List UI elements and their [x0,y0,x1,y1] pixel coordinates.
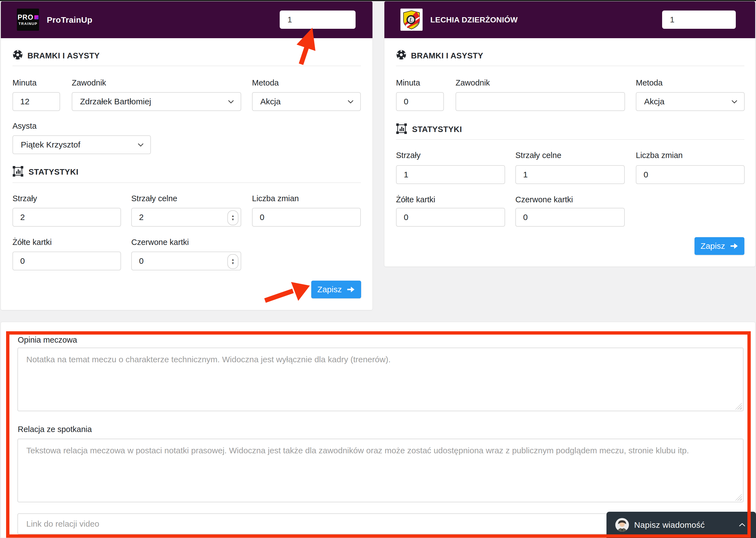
left-save-button[interactable]: Zapisz [311,281,361,298]
chevron-up-icon [739,523,745,527]
arrow-right-icon [347,286,355,293]
left-score-input[interactable] [280,11,356,29]
right-liczba-zmian-label: Liczba zmian [636,151,683,160]
left-metoda-label: Metoda [252,78,279,87]
left-strzaly-celne-input[interactable] [131,208,241,227]
left-czerwone-label: Czerwone kartki [131,238,189,247]
left-asysta-select[interactable]: Piątek Krzysztof [13,135,151,154]
chevron-down-icon [731,100,737,103]
left-asysta-label: Asysta [13,122,36,131]
divider [13,66,361,66]
right-czerwone-label: Czerwone kartki [515,195,573,204]
arrow-right-icon [730,243,738,249]
left-zolte-input[interactable] [13,251,121,270]
right-metoda-select[interactable]: Akcja [636,92,745,111]
right-strzaly-label: Strzały [396,151,421,160]
number-spinner[interactable]: ▲▼ [227,254,238,269]
left-team-name: ProTrainUp [47,1,92,38]
number-spinner[interactable]: ▲▼ [227,210,238,225]
bar-chart-icon [13,166,24,177]
right-zawodnik-input[interactable] [455,92,625,111]
left-strzaly-celne-label: Strzały celne [131,194,177,203]
logo-text-trainup: TRAINUP [19,22,37,26]
chevron-down-icon [228,100,234,103]
save-button-label: Zapisz [701,241,725,251]
left-czerwone-input[interactable] [131,251,241,270]
right-czerwone-input[interactable] [515,208,625,227]
right-liczba-zmian-input[interactable] [636,165,745,184]
divider [396,139,744,140]
right-zolte-input[interactable] [396,208,505,227]
left-team-header: PRO TRAINUP ProTrainUp [1,1,373,38]
right-strzaly-input[interactable] [396,165,505,184]
left-strzaly-label: Strzały [13,194,37,203]
left-minuta-input[interactable] [13,92,60,111]
right-minuta-label: Minuta [396,78,420,87]
left-zolte-label: Żółte kartki [13,238,52,247]
chat-avatar [615,518,629,532]
left-zawodnik-label: Zawodnik [72,78,106,87]
right-score-input[interactable] [662,11,736,29]
soccer-ball-icon [13,50,23,60]
right-stats-section-title: STATYSTYKI [412,125,462,134]
logo-color-square [34,15,38,19]
left-metoda-select[interactable]: Akcja [252,92,361,111]
right-team-panel: L LECHIA DZIERŻONIÓW BRAMKI I ASYSTY Min… [384,1,755,267]
logo-text-pro: PRO [18,14,33,21]
window-top-edge [0,0,756,1]
right-metoda-value: Akcja [644,97,664,106]
left-asysta-value: Piątek Krzysztof [21,140,80,149]
protrainup-logo: PRO TRAINUP [17,9,39,31]
right-metoda-label: Metoda [636,78,663,87]
right-goals-section-title: BRAMKI I ASYSTY [411,51,483,60]
soccer-ball-icon [396,50,407,60]
bar-chart-icon [396,123,407,134]
right-strzaly-celne-label: Strzały celne [515,151,561,160]
left-team-panel: PRO TRAINUP ProTrainUp BRAMKI I ASYSTY M… [1,1,373,310]
right-minuta-input[interactable] [396,92,444,111]
page: PRO TRAINUP ProTrainUp BRAMKI I ASYSTY M… [0,0,756,538]
left-metoda-value: Akcja [260,97,280,106]
left-zawodnik-value: Zdrzałek Bartłomiej [80,97,151,106]
relacja-label: Relacja ze spotkania [18,425,92,434]
svg-text:L: L [409,17,413,23]
right-team-header: L LECHIA DZIERŻONIÓW [384,1,755,38]
left-goals-section-title: BRAMKI I ASYSTY [28,51,100,60]
right-team-name: LECHIA DZIERŻONIÓW [430,1,518,38]
save-button-label: Zapisz [318,285,342,294]
right-save-button[interactable]: Zapisz [695,237,744,255]
right-zolte-label: Żółte kartki [396,195,435,204]
left-strzaly-input[interactable] [13,208,121,227]
right-strzaly-celne-input[interactable] [515,165,625,184]
opinia-textarea[interactable] [18,348,743,411]
lechia-crest-logo: L [400,9,423,31]
chat-widget[interactable]: Napisz wiadomość [607,512,756,538]
right-zawodnik-label: Zawodnik [455,78,490,87]
chevron-down-icon [348,100,354,103]
chat-label: Napisz wiadomość [634,520,705,530]
left-minuta-label: Minuta [13,78,36,87]
left-stats-section-title: STATYSTYKI [29,167,78,177]
left-liczba-zmian-input[interactable] [252,208,361,227]
divider [396,66,744,66]
left-zawodnik-select[interactable]: Zdrzałek Bartłomiej [72,92,241,111]
relacja-textarea[interactable] [18,439,743,502]
divider [13,183,361,183]
left-liczba-zmian-label: Liczba zmian [252,194,299,203]
chevron-down-icon [138,143,144,147]
opinia-label: Opinia meczowa [18,335,77,345]
